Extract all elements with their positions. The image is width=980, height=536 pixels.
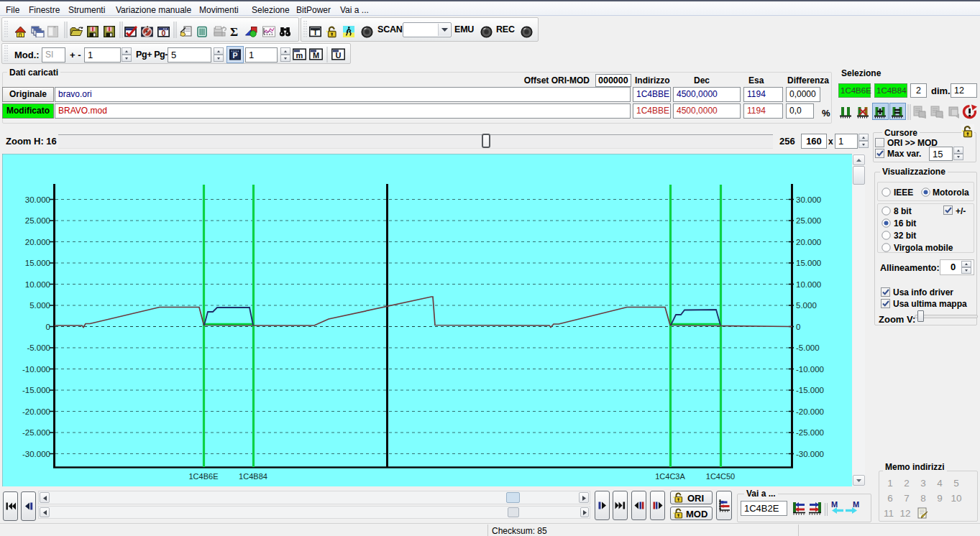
svg-text:0: 0 (46, 323, 50, 331)
svg-text:-15.000: -15.000 (796, 386, 824, 394)
svg-text:m: m (296, 51, 303, 60)
svg-text:1C4B84: 1C4B84 (239, 472, 267, 481)
svg-text:T: T (313, 28, 318, 37)
svg-text:10.000: 10.000 (796, 280, 821, 289)
svg-text:-5.000: -5.000 (27, 343, 50, 352)
svg-text:20.000: 20.000 (25, 238, 50, 246)
svg-text:-20.000: -20.000 (22, 407, 50, 416)
svg-text:30.000: 30.000 (796, 195, 821, 204)
svg-text:-30.000: -30.000 (796, 450, 824, 458)
svg-text:10.000: 10.000 (25, 280, 50, 289)
svg-text:0: 0 (162, 29, 166, 37)
svg-text:0: 0 (796, 323, 800, 331)
svg-text:5.000: 5.000 (796, 301, 817, 310)
svg-text:-10.000: -10.000 (796, 365, 824, 374)
svg-text:-30.000: -30.000 (22, 450, 50, 458)
svg-text:-15.000: -15.000 (22, 386, 50, 394)
svg-text:15.000: 15.000 (796, 259, 821, 267)
svg-text:5.000: 5.000 (29, 301, 50, 310)
svg-text:20.000: 20.000 (796, 238, 821, 246)
svg-text:15.000: 15.000 (25, 259, 50, 267)
svg-text:-25.000: -25.000 (22, 428, 50, 437)
svg-text:1C4B6E: 1C4B6E (189, 472, 219, 481)
svg-text:-10.000: -10.000 (22, 365, 50, 374)
svg-text:-5.000: -5.000 (796, 343, 820, 352)
svg-text:30.000: 30.000 (25, 195, 50, 204)
svg-text:1C4C3A: 1C4C3A (655, 472, 685, 481)
svg-text:-25.000: -25.000 (796, 428, 824, 437)
svg-text:25.000: 25.000 (796, 216, 821, 225)
svg-text:25.000: 25.000 (25, 216, 50, 225)
svg-text:P: P (232, 51, 237, 60)
svg-text:1C4C50: 1C4C50 (706, 472, 735, 481)
svg-text:U: U (336, 51, 342, 60)
svg-text:M: M (313, 51, 319, 60)
svg-text:-20.000: -20.000 (796, 407, 824, 416)
